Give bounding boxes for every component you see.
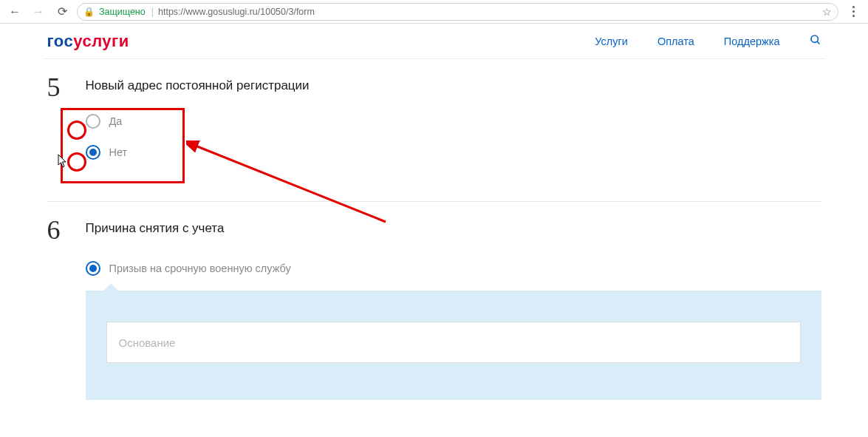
radio-yes-label: Да: [109, 115, 123, 127]
secure-label: Защищено: [99, 7, 146, 17]
step-5-title: Новый адрес постоянной регистрации: [86, 78, 821, 93]
browser-toolbar: ← → ⟳ 🔒 Защищено | https://www.gosuslugi…: [0, 0, 868, 24]
lock-icon: 🔒: [83, 7, 95, 17]
reason-input[interactable]: [106, 322, 801, 363]
section-divider: [47, 201, 821, 202]
step-number-5: 5: [47, 74, 68, 101]
reload-button[interactable]: ⟳: [53, 3, 71, 21]
nav-payment[interactable]: Оплата: [657, 35, 694, 47]
logo[interactable]: госуслуги: [47, 32, 129, 51]
search-icon[interactable]: [810, 34, 821, 49]
step-6-title: Причина снятия с учета: [86, 221, 821, 236]
site-header: госуслуги Услуги Оплата Поддержка: [43, 24, 826, 59]
logo-part-2: услуги: [73, 32, 129, 50]
radio-conscription-label: Призыв на срочную военную службу: [109, 262, 291, 274]
form-content: 5 Новый адрес постоянной регистрации Да …: [43, 59, 826, 400]
nav-support[interactable]: Поддержка: [724, 35, 780, 47]
option-yes-row[interactable]: Да: [86, 114, 821, 129]
primary-nav: Услуги Оплата Поддержка: [595, 34, 821, 49]
forward-button[interactable]: →: [30, 3, 47, 21]
radio-no-label: Нет: [109, 146, 128, 158]
step-6: 6 Причина снятия с учета Призыв на срочн…: [47, 212, 821, 400]
svg-line-1: [817, 41, 819, 44]
svg-point-0: [811, 35, 818, 42]
address-bar[interactable]: 🔒 Защищено | https://www.gosuslugi.ru/10…: [77, 3, 838, 21]
back-button[interactable]: ←: [6, 3, 24, 21]
divider: |: [151, 7, 154, 17]
browser-menu-icon[interactable]: [844, 6, 862, 17]
bookmark-star-icon[interactable]: ☆: [822, 6, 832, 18]
option-conscription-row[interactable]: Призыв на срочную военную службу: [86, 261, 821, 276]
step-5: 5 Новый адрес постоянной регистрации Да …: [47, 64, 821, 176]
radio-conscription[interactable]: [86, 261, 100, 276]
url-text: https://www.gosuslugi.ru/10050/3/form: [158, 7, 315, 17]
radio-no[interactable]: [86, 145, 100, 160]
option-no-row[interactable]: Нет: [86, 145, 821, 160]
reason-panel: [86, 291, 821, 400]
logo-part-1: гос: [47, 32, 74, 50]
nav-services[interactable]: Услуги: [595, 35, 628, 47]
step-number-6: 6: [47, 217, 68, 243]
radio-yes[interactable]: [86, 114, 100, 129]
